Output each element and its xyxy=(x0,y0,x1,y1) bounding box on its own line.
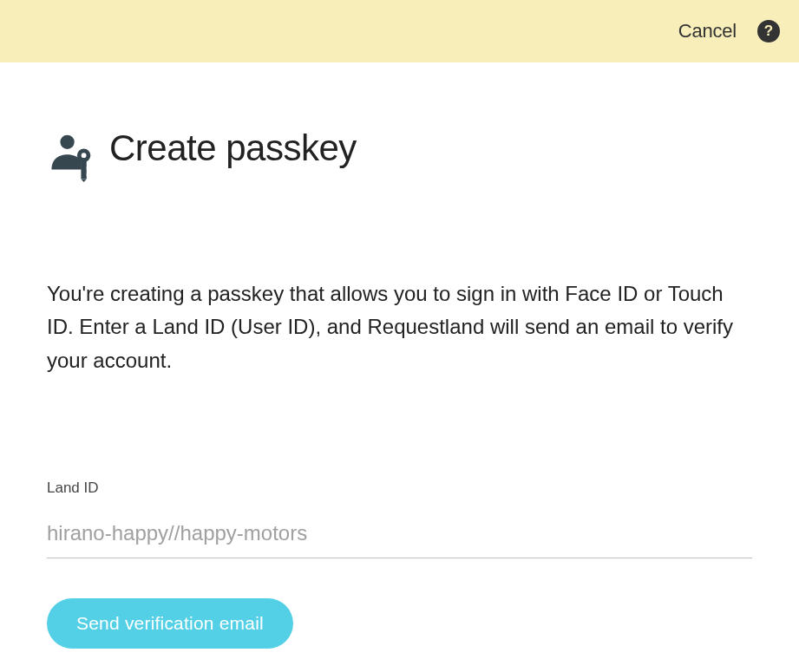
svg-rect-4 xyxy=(87,166,90,170)
description-text: You're creating a passkey that allows yo… xyxy=(47,277,750,377)
header-bar: Cancel ? xyxy=(0,0,799,62)
svg-rect-3 xyxy=(81,160,86,179)
title-row: Create passkey xyxy=(47,130,752,184)
land-id-label: Land ID xyxy=(47,480,752,497)
svg-point-2 xyxy=(82,153,87,158)
cancel-button[interactable]: Cancel xyxy=(678,20,737,42)
main-content: Create passkey You're creating a passkey… xyxy=(0,62,799,649)
passkey-person-icon xyxy=(47,132,97,182)
send-verification-button[interactable]: Send verification email xyxy=(47,598,293,649)
page-title: Create passkey xyxy=(109,130,357,184)
svg-point-0 xyxy=(60,135,74,149)
help-icon[interactable]: ? xyxy=(757,20,780,42)
land-id-input[interactable] xyxy=(47,516,752,558)
svg-rect-5 xyxy=(87,173,90,176)
